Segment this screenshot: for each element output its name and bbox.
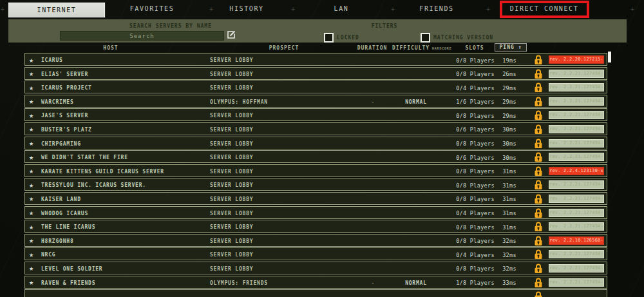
scrollbar-thumb[interactable] bbox=[608, 52, 611, 62]
server-ping: 26ms bbox=[484, 71, 535, 77]
version-badge: rev. 2.2.4.123130-x-x bbox=[549, 167, 604, 175]
version-badge: rev. 2.2.21.127494-x-x bbox=[549, 195, 604, 203]
tab-lan[interactable]: LAN bbox=[334, 5, 349, 12]
ping-sort-button[interactable]: PING ↑ bbox=[495, 43, 527, 52]
tab-internet[interactable]: INTERNET bbox=[8, 3, 105, 17]
lock-icon bbox=[534, 69, 543, 79]
divider-cross-icon: + bbox=[630, 6, 634, 13]
favorite-star-icon[interactable]: ★ bbox=[29, 97, 33, 106]
server-row[interactable]: ★ WHODOG ICARUS SERVER LOBBY 0/4 Players… bbox=[24, 206, 607, 219]
lock-icon bbox=[534, 278, 543, 288]
lock-icon bbox=[534, 139, 543, 149]
server-host-name: WARCRIMES bbox=[41, 99, 74, 105]
favorite-star-icon[interactable]: ★ bbox=[29, 124, 33, 133]
server-row[interactable]: ★ KARATE KITTENS GUILD ICARUS SERVER SER… bbox=[24, 164, 607, 177]
server-prospect: SERVER LOBBY bbox=[210, 127, 253, 133]
favorite-star-icon[interactable]: ★ bbox=[29, 278, 33, 287]
lock-icon bbox=[534, 180, 543, 190]
server-row[interactable]: ★ BUSTER'S PLATZ SERVER LOBBY 0/6 Player… bbox=[24, 122, 607, 135]
favorite-star-icon[interactable]: ★ bbox=[29, 250, 33, 259]
server-host-name: NRCG bbox=[41, 252, 55, 258]
search-servers-label: SEARCH SERVERS BY NAME bbox=[129, 23, 212, 29]
ping-sort-label: PING bbox=[500, 44, 515, 50]
server-row[interactable]: ★ ICARUS SERVER LOBBY 0/8 Players 19ms r… bbox=[24, 53, 607, 66]
server-prospect: SERVER LOBBY bbox=[210, 141, 253, 147]
tab-history[interactable]: HISTORY bbox=[229, 5, 263, 12]
server-row[interactable]: ★ WARCRIMES OLYMPUS: HOFFMAN - NORMAL 1/… bbox=[24, 95, 607, 108]
sort-ascending-arrow-icon: ↑ bbox=[518, 44, 522, 50]
lock-icon bbox=[534, 249, 543, 260]
server-prospect: SERVER LOBBY bbox=[210, 266, 253, 272]
version-badge: rev. 2.2.21.127494-x-x bbox=[549, 209, 604, 217]
version-badge: rev. 2.2.21.127494-x-x bbox=[549, 153, 604, 161]
matching-version-label: MATCHING VERSION bbox=[433, 35, 493, 41]
search-input[interactable] bbox=[60, 31, 224, 41]
server-ping: 31ms bbox=[484, 210, 535, 216]
divider-cross-icon: + bbox=[209, 6, 213, 13]
favorite-star-icon[interactable]: ★ bbox=[29, 111, 33, 120]
favorite-star-icon[interactable]: ★ bbox=[29, 208, 33, 217]
server-row[interactable]: ★ THE LINE ICARUS SERVER LOBBY 0/8 Playe… bbox=[24, 220, 607, 233]
server-host-name: ICARUS PROJECT bbox=[41, 85, 92, 91]
divider-cross-icon: + bbox=[391, 6, 395, 13]
favorite-star-icon[interactable]: ★ bbox=[29, 69, 33, 78]
server-row[interactable]: ★ ELIAS' SERVER SERVER LOBBY 0/8 Players… bbox=[24, 67, 607, 80]
server-browser-screen: { "tabs": [ {"label": "INTERNET", "activ… bbox=[0, 0, 644, 297]
column-header-difficulty: DIFFICULTY bbox=[392, 45, 430, 51]
column-header-hardcore: HARDCORE bbox=[432, 46, 452, 50]
favorite-star-icon[interactable]: ★ bbox=[29, 55, 33, 64]
server-row-partial[interactable] bbox=[24, 289, 607, 297]
server-ping: 19ms bbox=[484, 57, 535, 64]
server-host-name: CHIRPGAMING bbox=[41, 141, 81, 147]
server-host-name: KAISER LAND bbox=[41, 196, 81, 202]
favorite-star-icon[interactable]: ★ bbox=[29, 236, 33, 245]
server-host-name: WHODOG ICARUS bbox=[41, 211, 88, 216]
edit-pencil-icon[interactable] bbox=[227, 30, 236, 39]
server-prospect: SERVER LOBBY bbox=[210, 85, 253, 91]
lock-icon bbox=[534, 97, 543, 107]
favorite-star-icon[interactable]: ★ bbox=[29, 194, 33, 203]
tab-friends[interactable]: FRIENDS bbox=[419, 5, 453, 12]
server-prospect: SERVER LOBBY bbox=[210, 57, 253, 63]
matching-version-checkbox[interactable] bbox=[421, 33, 430, 43]
divider-cross-icon: + bbox=[486, 6, 490, 13]
server-row[interactable]: ★ NRCG SERVER LOBBY 0/4 Players 32ms rev… bbox=[24, 247, 607, 260]
favorite-star-icon[interactable]: ★ bbox=[29, 180, 33, 189]
server-ping: 31ms bbox=[484, 196, 535, 202]
server-row[interactable]: ★ RAVEN & FRIENDS OLYMPUS: FRIENDS - NOR… bbox=[24, 276, 607, 289]
lock-icon bbox=[534, 236, 543, 246]
lock-icon bbox=[534, 291, 543, 297]
server-row[interactable]: ★ JASE'S SERVER SERVER LOBBY 0/8 Players… bbox=[24, 108, 607, 121]
favorite-star-icon[interactable]: ★ bbox=[29, 139, 33, 148]
version-badge: rev. 2.2.21.127494-x-x bbox=[549, 83, 604, 91]
server-list: ★ ICARUS SERVER LOBBY 0/8 Players 19ms r… bbox=[24, 53, 607, 289]
server-ping: 32ms bbox=[484, 265, 535, 272]
server-difficulty: NORMAL bbox=[390, 99, 442, 105]
server-row[interactable]: ★ WE DIDN'T START THE FIRE SERVER LOBBY … bbox=[24, 150, 607, 163]
locked-label: LOCKED bbox=[337, 35, 359, 41]
server-prospect: SERVER LOBBY bbox=[210, 113, 253, 119]
divider-cross-icon: + bbox=[1, 6, 5, 13]
favorite-star-icon[interactable]: ★ bbox=[29, 83, 33, 92]
server-row[interactable]: ★ LEVEL ONE SOLDIER SERVER LOBBY 0/8 Pla… bbox=[24, 262, 607, 274]
tab-direct-connect[interactable]: DIRECT CONNECT bbox=[510, 5, 579, 12]
server-ping: 32ms bbox=[484, 238, 535, 244]
server-prospect: OLYMPUS: HOFFMAN bbox=[210, 99, 268, 105]
tab-favorites[interactable]: FAVORITES bbox=[130, 5, 175, 12]
server-prospect: OLYMPUS: FRIENDS bbox=[210, 280, 268, 286]
server-row[interactable]: ★ TRESSYLOU INC. ICARUS SERVER. SERVER L… bbox=[24, 178, 607, 191]
server-ping: 33ms bbox=[484, 280, 535, 286]
favorite-star-icon[interactable]: ★ bbox=[29, 153, 33, 162]
server-row[interactable]: ★ H8RZGONH8 SERVER LOBBY 0/8 Players 32m… bbox=[24, 234, 607, 247]
lock-icon bbox=[534, 55, 543, 65]
favorite-star-icon[interactable]: ★ bbox=[29, 166, 33, 175]
server-prospect: SERVER LOBBY bbox=[210, 182, 253, 188]
favorite-star-icon[interactable]: ★ bbox=[29, 263, 33, 273]
locked-checkbox[interactable] bbox=[324, 33, 334, 43]
server-prospect: SERVER LOBBY bbox=[210, 169, 253, 175]
version-badge: rev. 2.2.21.127494-x-x bbox=[549, 250, 604, 258]
server-row[interactable]: ★ ICARUS PROJECT SERVER LOBBY 0/4 Player… bbox=[24, 81, 607, 93]
server-row[interactable]: ★ KAISER LAND SERVER LOBBY 0/8 Players 3… bbox=[24, 192, 607, 205]
server-row[interactable]: ★ CHIRPGAMING SERVER LOBBY 0/8 Players 3… bbox=[24, 137, 607, 149]
favorite-star-icon[interactable]: ★ bbox=[29, 222, 33, 231]
